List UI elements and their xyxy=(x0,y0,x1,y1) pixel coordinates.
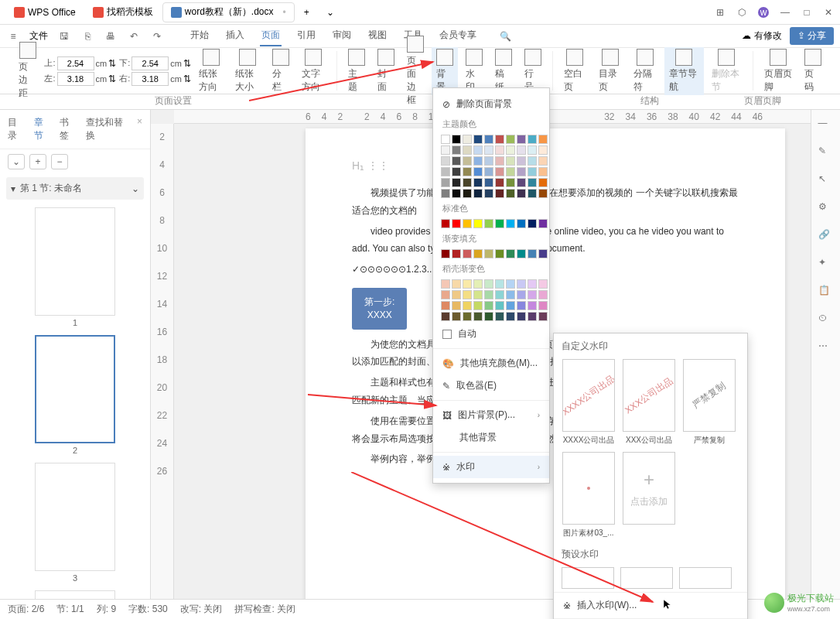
insert-watermark-action[interactable]: ※插入水印(W)... xyxy=(554,592,747,618)
color-swatch[interactable] xyxy=(538,135,548,144)
stepper-icon[interactable]: ⇅ xyxy=(183,58,191,69)
color-swatch[interactable] xyxy=(484,178,493,187)
margin-right-input[interactable] xyxy=(131,72,169,86)
color-swatch[interactable] xyxy=(441,156,450,166)
color-swatch[interactable] xyxy=(452,279,461,289)
color-swatch[interactable] xyxy=(473,279,483,289)
color-swatch[interactable] xyxy=(538,145,548,155)
status-spellcheck[interactable]: 拼写检查: 关闭 xyxy=(234,603,295,616)
color-swatch[interactable] xyxy=(538,189,548,198)
color-swatch[interactable] xyxy=(495,249,504,258)
color-swatch[interactable] xyxy=(517,290,526,299)
minus-tool-icon[interactable]: — xyxy=(818,118,834,133)
color-swatch[interactable] xyxy=(517,167,526,176)
maximize-icon[interactable]: □ xyxy=(801,7,812,18)
color-swatch[interactable] xyxy=(463,178,472,187)
color-swatch[interactable] xyxy=(517,189,526,198)
color-swatch[interactable] xyxy=(495,189,504,198)
toc-page-button[interactable]: 目录页 xyxy=(594,47,626,95)
color-swatch[interactable] xyxy=(441,312,450,321)
watermark-item-2[interactable]: XXX公司出品XXX公司出品 xyxy=(622,359,676,446)
color-swatch[interactable] xyxy=(452,145,461,155)
time-tool-icon[interactable]: ⏲ xyxy=(818,313,834,328)
color-swatch[interactable] xyxy=(441,145,450,155)
sidebar-dropdown-button[interactable]: ⌄ xyxy=(8,154,25,169)
color-swatch[interactable] xyxy=(495,156,504,166)
color-swatch[interactable] xyxy=(484,290,493,299)
color-swatch[interactable] xyxy=(528,290,537,299)
color-swatch[interactable] xyxy=(463,135,472,144)
watermark-item-1[interactable]: XXXX公司出品XXXX公司出品 xyxy=(562,359,616,446)
color-swatch[interactable] xyxy=(452,249,461,258)
preset-watermark-1[interactable] xyxy=(562,567,614,589)
color-swatch[interactable] xyxy=(441,167,450,176)
color-swatch[interactable] xyxy=(495,312,504,321)
color-swatch[interactable] xyxy=(517,279,526,289)
section-header[interactable]: ▾ 第 1 节: 未命名 ⌄ xyxy=(6,177,144,200)
color-swatch[interactable] xyxy=(517,178,526,187)
color-swatch[interactable] xyxy=(495,167,504,176)
color-swatch[interactable] xyxy=(506,135,515,144)
color-swatch[interactable] xyxy=(517,219,526,228)
app-tab[interactable]: WPS Office xyxy=(6,2,84,22)
color-swatch[interactable] xyxy=(463,189,472,198)
color-swatch[interactable] xyxy=(484,167,493,176)
color-swatch[interactable] xyxy=(463,312,472,321)
color-swatch[interactable] xyxy=(538,156,548,166)
color-swatch[interactable] xyxy=(452,156,461,166)
status-section[interactable]: 节: 1/1 xyxy=(56,603,84,616)
close-icon[interactable]: ✕ xyxy=(823,7,834,18)
color-swatch[interactable] xyxy=(473,167,483,176)
color-swatch[interactable] xyxy=(441,249,450,258)
margin-bottom-input[interactable] xyxy=(131,56,169,70)
color-swatch[interactable] xyxy=(484,312,493,321)
header-footer-button[interactable]: 页眉页脚 xyxy=(760,47,797,95)
section-menu-icon[interactable]: ⌄ xyxy=(131,183,139,194)
color-swatch[interactable] xyxy=(484,249,493,258)
color-swatch[interactable] xyxy=(506,249,515,258)
cursor-tool-icon[interactable]: ↖ xyxy=(818,173,834,189)
color-swatch[interactable] xyxy=(484,135,493,144)
color-swatch[interactable] xyxy=(473,312,483,321)
color-swatch[interactable] xyxy=(463,219,472,228)
status-chars[interactable]: 字数: 530 xyxy=(128,603,168,616)
add-tab-button[interactable]: + xyxy=(296,2,317,22)
color-swatch[interactable] xyxy=(452,219,461,228)
tab-list-button[interactable]: ⌄ xyxy=(319,2,342,22)
status-page[interactable]: 页面: 2/6 xyxy=(8,603,44,616)
color-swatch[interactable] xyxy=(452,135,461,144)
color-swatch[interactable] xyxy=(463,279,472,289)
color-swatch[interactable] xyxy=(506,189,515,198)
color-swatch[interactable] xyxy=(506,219,515,228)
template-tab[interactable]: 找稻壳模板 xyxy=(85,2,161,22)
stepper-icon[interactable]: ⇅ xyxy=(108,74,116,84)
color-swatch[interactable] xyxy=(538,290,548,299)
auto-color-item[interactable]: 自动 xyxy=(433,323,549,345)
color-swatch[interactable] xyxy=(506,178,515,187)
cover-button[interactable]: 封面 xyxy=(373,47,399,95)
color-swatch[interactable] xyxy=(528,312,537,321)
color-swatch[interactable] xyxy=(484,301,493,310)
color-swatch[interactable] xyxy=(495,145,504,155)
color-swatch[interactable] xyxy=(452,312,461,321)
picture-background-item[interactable]: 🖼图片背景(P)...› xyxy=(433,404,549,426)
color-swatch[interactable] xyxy=(506,312,515,321)
color-swatch[interactable] xyxy=(463,249,472,258)
color-swatch[interactable] xyxy=(495,135,504,144)
margin-top-input[interactable] xyxy=(57,56,94,70)
color-swatch[interactable] xyxy=(528,135,537,144)
color-swatch[interactable] xyxy=(528,219,537,228)
sparkle-tool-icon[interactable]: ✦ xyxy=(818,257,834,272)
margin-left-input[interactable] xyxy=(57,72,94,86)
sidebar-tab-find[interactable]: 查找和替换 xyxy=(86,116,128,142)
sidebar-tab-bookmarks[interactable]: 书签 xyxy=(60,116,77,142)
color-swatch[interactable] xyxy=(517,312,526,321)
color-swatch[interactable] xyxy=(473,249,483,258)
preset-watermark-2[interactable] xyxy=(620,567,673,589)
preset-watermark-3[interactable] xyxy=(679,567,732,589)
color-swatch[interactable] xyxy=(528,189,537,198)
color-swatch[interactable] xyxy=(517,145,526,155)
color-swatch[interactable] xyxy=(473,189,483,198)
link-tool-icon[interactable]: 🔗 xyxy=(818,229,834,245)
color-swatch[interactable] xyxy=(517,156,526,166)
